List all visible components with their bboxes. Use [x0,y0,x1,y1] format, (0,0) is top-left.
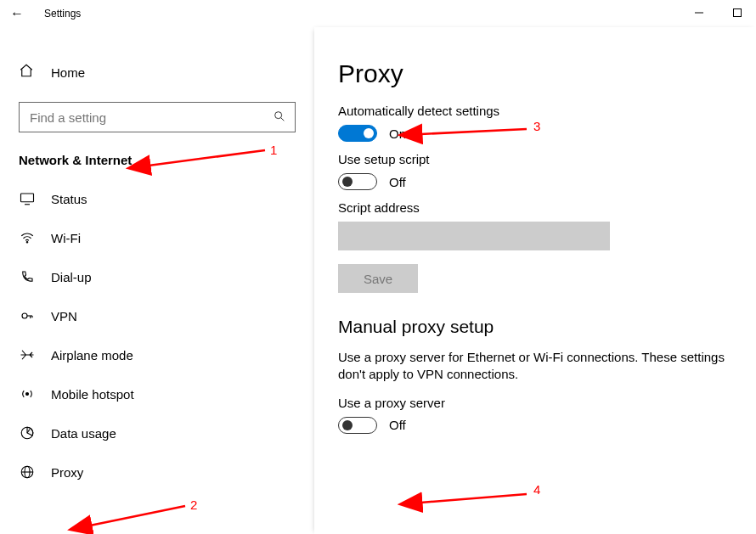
back-button[interactable]: ← [3,0,31,27]
lock-icon [19,308,36,323]
setup-script-label: Use setup script [338,152,732,166]
window-controls [680,0,756,25]
gauge-icon [19,425,36,441]
content-pane: Proxy Automatically detect settings On U… [314,27,756,534]
svg-rect-4 [21,194,34,202]
search-icon [273,110,286,126]
hotspot-icon [19,386,36,402]
maximize-button[interactable] [718,0,756,25]
setup-script-state: Off [389,175,406,189]
sidebar-item-label: Mobile hotspot [51,387,134,402]
sidebar-item-vpn[interactable]: VPN [0,296,314,335]
sidebar-item-label: Wi-Fi [51,231,81,245]
titlebar: ← Settings [0,0,756,27]
sidebar-item-label: Data usage [51,426,116,441]
wifi-icon [19,230,36,245]
sidebar-item-label: Airplane mode [51,348,133,363]
home-link[interactable]: Home [0,54,314,90]
sidebar-item-hotspot[interactable]: Mobile hotspot [0,374,314,413]
search-input[interactable] [28,110,273,126]
sidebar: Home Network & Internet Status Wi-Fi Dia… [0,27,314,534]
sidebar-item-proxy[interactable]: Proxy [0,452,314,492]
home-label: Home [51,65,85,80]
manual-description: Use a proxy server for Ethernet or Wi-Fi… [338,349,732,384]
home-icon [19,63,36,82]
auto-detect-label: Automatically detect settings [338,104,732,118]
use-proxy-toggle[interactable] [338,417,377,434]
window-title: Settings [44,8,81,20]
minimize-button[interactable] [680,0,718,25]
page-title: Proxy [338,59,732,88]
sidebar-item-label: Proxy [51,465,83,480]
sidebar-item-label: Status [51,192,87,206]
category-heading: Network & Internet [0,148,314,179]
sidebar-item-label: Dial-up [51,270,92,284]
svg-rect-1 [733,9,741,17]
save-button[interactable]: Save [338,264,418,293]
svg-line-3 [281,117,285,121]
sidebar-item-dialup[interactable]: Dial-up [0,257,314,296]
manual-heading: Manual proxy setup [338,317,732,337]
auto-detect-state: On [389,126,406,141]
setup-script-toggle[interactable] [338,173,377,190]
search-box[interactable] [19,102,296,132]
svg-point-11 [26,393,29,396]
sidebar-item-airplane[interactable]: Airplane mode [0,335,314,374]
script-address-label: Script address [338,200,732,215]
monitor-icon [19,191,36,206]
use-proxy-label: Use a proxy server [338,396,732,410]
sidebar-item-wifi[interactable]: Wi-Fi [0,218,314,257]
sidebar-item-label: VPN [51,309,77,323]
airplane-icon [19,347,36,363]
globe-icon [19,464,36,480]
use-proxy-state: Off [389,418,406,432]
sidebar-item-status[interactable]: Status [0,179,314,218]
phone-icon [19,269,36,284]
script-address-input[interactable] [338,222,610,250]
svg-point-7 [22,313,27,318]
svg-point-2 [275,111,282,118]
svg-point-6 [26,242,28,244]
auto-detect-toggle[interactable] [338,125,377,142]
sidebar-item-datausage[interactable]: Data usage [0,413,314,452]
